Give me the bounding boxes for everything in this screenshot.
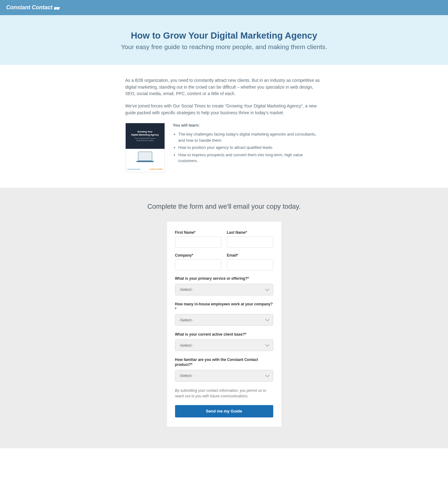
page-subtitle: Your easy free guide to reaching more pe… — [6, 43, 442, 51]
first-name-label: First Name* — [175, 230, 221, 235]
list-item: How to impress prospects and convert the… — [178, 152, 323, 164]
chevron-down-icon: -Select- — [175, 314, 273, 326]
intro-paragraph-1: As a B2B organization, you need to const… — [125, 77, 323, 97]
company-label: Company* — [175, 253, 221, 257]
list-item: How to position your agency to attract q… — [178, 144, 323, 151]
hero-section: How to Grow Your Digital Marketing Agenc… — [0, 15, 448, 65]
familiarity-select[interactable]: -Select- — [175, 370, 273, 382]
form-heading: Complete the form and we'll email your c… — [6, 203, 442, 211]
header-bar: Constant Contact — [0, 0, 448, 15]
laptop-icon — [138, 152, 152, 161]
page-title: How to Grow Your Digital Marketing Agenc… — [6, 31, 442, 41]
content-section: As a B2B organization, you need to const… — [119, 65, 329, 188]
form-section: Complete the form and we'll email your c… — [0, 188, 448, 448]
primary-service-label: What is your primary service or offering… — [175, 276, 273, 281]
brand-name: Constant Contact — [6, 4, 52, 11]
chevron-down-icon: -Select- — [175, 370, 273, 382]
employees-select[interactable]: -Select- — [175, 314, 273, 326]
chevron-down-icon: -Select- — [175, 339, 273, 351]
submit-button[interactable]: Send me my Guide — [175, 405, 273, 417]
employees-label: How many in-house employees work at your… — [175, 302, 273, 312]
disclaimer-text: By submitting your contact information, … — [175, 388, 273, 399]
guide-cover-image: Growing Your Digital Marketing Agency Ho… — [125, 123, 165, 172]
client-base-select[interactable]: -Select- — [175, 339, 273, 351]
company-input[interactable] — [175, 259, 221, 270]
spacer — [0, 448, 448, 494]
email-input[interactable] — [227, 259, 273, 270]
client-base-label: What is your current active client base?… — [175, 332, 273, 337]
first-name-input[interactable] — [175, 237, 221, 248]
learn-list: The key challenges facing today's digita… — [173, 131, 323, 164]
form-card: First Name* Last Name* Company* Email* W… — [167, 222, 281, 426]
email-label: Email* — [227, 253, 273, 257]
last-name-input[interactable] — [227, 237, 273, 248]
learn-heading: You will learn: — [173, 123, 323, 128]
brand-logo-icon — [54, 7, 60, 8]
primary-service-select[interactable]: -Select- — [175, 284, 273, 295]
intro-paragraph-2: We've joined forces with Our Social Time… — [125, 103, 323, 116]
chevron-down-icon: -Select- — [175, 284, 273, 295]
familiarity-label: How familiar are you with the Constant C… — [175, 357, 273, 367]
list-item: The key challenges facing today's digita… — [178, 131, 323, 143]
learn-section: Growing Your Digital Marketing Agency Ho… — [125, 123, 323, 172]
last-name-label: Last Name* — [227, 230, 273, 235]
brand-logo[interactable]: Constant Contact — [6, 4, 60, 11]
